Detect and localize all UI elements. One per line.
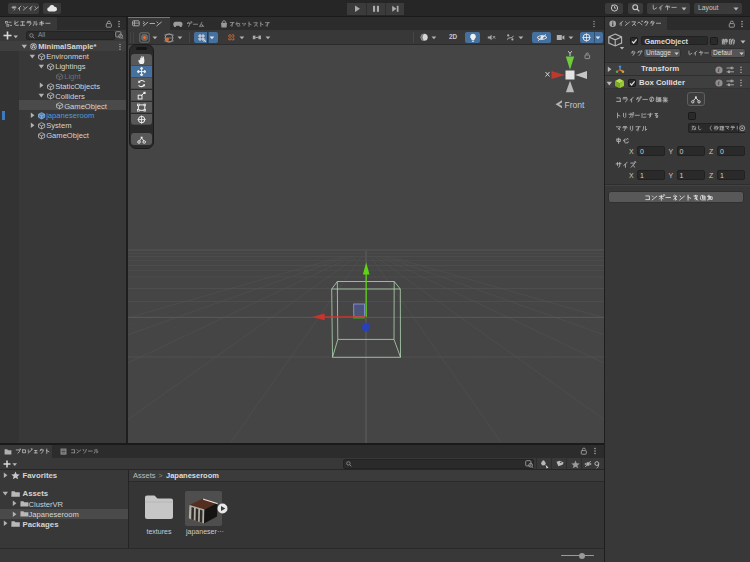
svg-text:Front: Front (565, 100, 585, 110)
